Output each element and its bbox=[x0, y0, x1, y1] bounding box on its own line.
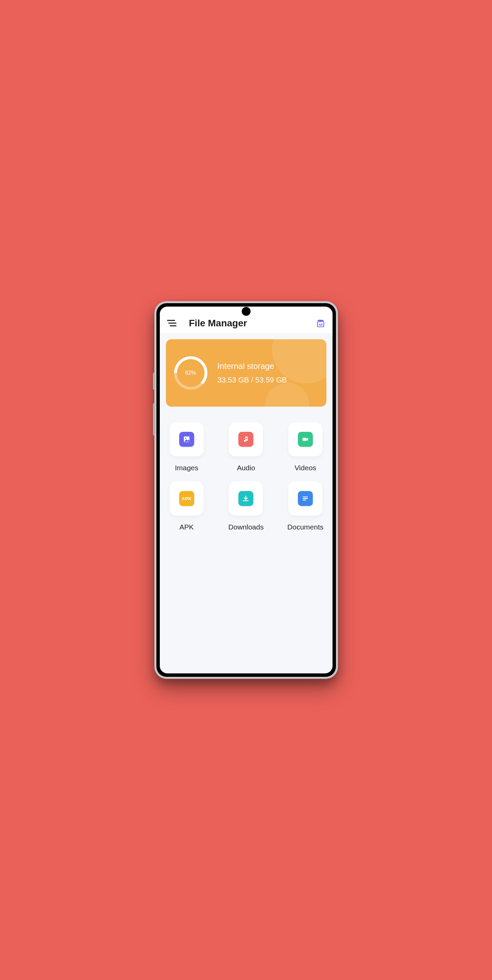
svg-text:AD: AD bbox=[318, 323, 322, 326]
category-label: Downloads bbox=[229, 523, 264, 531]
svg-rect-2 bbox=[170, 325, 176, 326]
menu-icon bbox=[167, 320, 176, 327]
category-apk[interactable]: APKAPK bbox=[167, 482, 206, 531]
phone-camera-notch bbox=[242, 307, 251, 316]
category-icon-box bbox=[288, 482, 322, 515]
storage-text: Internal storage 33.53 GB / 53.59 GB bbox=[217, 361, 287, 385]
internal-storage-card[interactable]: 62% Internal storage 33.53 GB / 53.59 GB bbox=[166, 339, 326, 407]
category-grid: ImagesAudioVideosAPKAPKDownloadsDocument… bbox=[166, 422, 326, 531]
svg-point-7 bbox=[185, 438, 186, 439]
gift-ad-icon: AD bbox=[316, 318, 326, 328]
category-label: Images bbox=[175, 464, 198, 472]
app-screen: File Manager AD bbox=[160, 307, 333, 673]
phone-bezel: File Manager AD bbox=[156, 303, 336, 677]
category-icon-box bbox=[288, 422, 322, 456]
category-icon-box: APK bbox=[170, 482, 204, 515]
category-audio[interactable]: Audio bbox=[227, 422, 265, 472]
phone-side-button bbox=[153, 372, 155, 390]
category-icon-box bbox=[170, 422, 204, 456]
phone-frame: File Manager AD bbox=[154, 301, 338, 679]
apk-icon: APK bbox=[179, 491, 194, 506]
content-area: 62% Internal storage 33.53 GB / 53.59 GB… bbox=[160, 333, 333, 537]
category-icon-box bbox=[229, 422, 263, 456]
category-label: Videos bbox=[294, 464, 316, 472]
svg-rect-1 bbox=[168, 323, 176, 324]
storage-usage-ring: 62% bbox=[174, 356, 208, 390]
category-documents[interactable]: Documents bbox=[286, 482, 325, 531]
svg-rect-0 bbox=[167, 320, 175, 321]
music-icon bbox=[238, 432, 253, 447]
category-label: Audio bbox=[237, 464, 256, 472]
storage-subtitle: 33.53 GB / 53.59 GB bbox=[217, 375, 287, 385]
image-icon bbox=[179, 432, 194, 447]
category-images[interactable]: Images bbox=[167, 422, 206, 472]
category-label: APK bbox=[179, 523, 194, 531]
category-label: Documents bbox=[287, 523, 323, 531]
category-downloads[interactable]: Downloads bbox=[227, 482, 265, 531]
video-icon bbox=[298, 432, 313, 447]
storage-title: Internal storage bbox=[217, 361, 287, 371]
category-icon-box bbox=[229, 482, 263, 515]
ad-gift-button[interactable]: AD bbox=[315, 318, 326, 329]
decor-bubble bbox=[265, 383, 309, 407]
download-icon bbox=[238, 491, 253, 506]
document-icon bbox=[298, 491, 313, 506]
menu-button[interactable] bbox=[166, 318, 178, 329]
phone-side-button bbox=[153, 403, 155, 436]
category-videos[interactable]: Videos bbox=[286, 422, 325, 472]
storage-percent-label: 62% bbox=[174, 356, 208, 390]
svg-rect-8 bbox=[303, 438, 307, 441]
app-title: File Manager bbox=[189, 318, 315, 329]
